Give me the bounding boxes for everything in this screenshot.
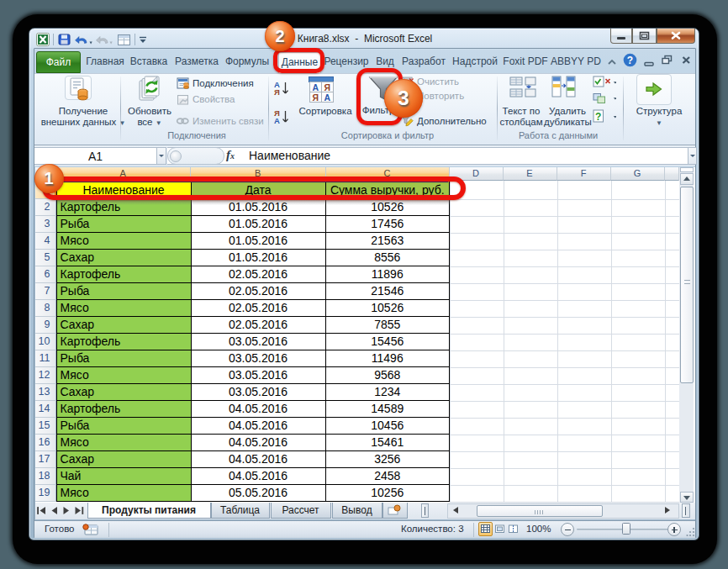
svg-text:Я: Я [313,92,319,103]
svg-text:А: А [274,116,280,125]
svg-text:А: А [324,92,331,103]
svg-text:?: ? [595,111,601,123]
svg-text:Я: Я [274,87,280,97]
svg-text:?: ? [627,55,633,66]
svg-text:Я: Я [324,82,331,92]
svg-text:А: А [313,82,319,92]
